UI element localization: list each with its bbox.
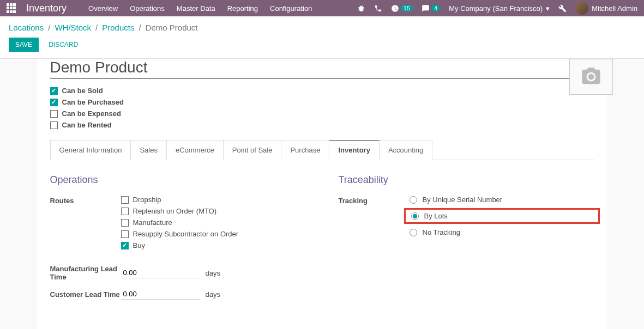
control-panel: Locations / WH/Stock / Products / Demo P… xyxy=(0,16,644,59)
bug-icon[interactable] xyxy=(357,4,365,13)
route-resupply-label: Resupply Subcontractor on Order xyxy=(133,230,239,238)
label-can-be-sold: Can be Sold xyxy=(62,87,103,95)
route-manufacture[interactable] xyxy=(121,219,129,227)
traceability-section: Traceability Tracking By Unique Serial N… xyxy=(339,174,594,307)
phone-icon[interactable] xyxy=(374,4,382,13)
tab-point-of-sale[interactable]: Point of Sale xyxy=(224,140,282,160)
radio-serial-number[interactable] xyxy=(410,196,417,204)
operations-section: Operations Routes Dropship Replenish on … xyxy=(50,174,306,307)
nav-overview[interactable]: Overview xyxy=(88,4,118,13)
radio-no-tracking-label: No Tracking xyxy=(423,228,460,236)
top-navigation: Inventory Overview Operations Master Dat… xyxy=(0,0,644,16)
route-buy-label: Buy xyxy=(133,241,145,249)
mfg-lead-time-label: Manufacturing Lead Time xyxy=(50,265,121,281)
user-menu[interactable]: Mitchell Admin xyxy=(575,2,637,15)
activity-badge: 15 xyxy=(401,5,413,11)
radio-by-lots-label: By Lots xyxy=(424,212,448,220)
chevron-down-icon: ▾ xyxy=(546,4,550,13)
form-sheet: Demo Product EN Can be Sold Can be Purch… xyxy=(37,59,607,329)
label-can-be-purchased: Can be Purchased xyxy=(62,98,124,106)
nav-menu: Overview Operations Master Data Reportin… xyxy=(88,4,312,13)
tab-general-information[interactable]: General Information xyxy=(50,140,131,160)
days-unit-2: days xyxy=(206,290,220,298)
breadcrumb-stock[interactable]: WH/Stock xyxy=(55,23,91,32)
wrench-icon[interactable] xyxy=(558,4,567,13)
breadcrumb: Locations / WH/Stock / Products / Demo P… xyxy=(9,23,635,32)
traceability-title: Traceability xyxy=(339,174,594,186)
avatar xyxy=(575,2,588,15)
checkbox-can-be-rented[interactable] xyxy=(50,121,58,129)
route-replenish-label: Replenish on Order (MTO) xyxy=(133,207,217,215)
radio-by-lots[interactable] xyxy=(411,212,419,220)
apps-icon[interactable] xyxy=(7,3,16,13)
nav-configuration[interactable]: Configuration xyxy=(270,4,312,13)
route-dropship[interactable] xyxy=(121,196,129,204)
company-selector[interactable]: My Company (San Francisco) ▾ xyxy=(449,4,550,13)
mfg-lead-time-input[interactable] xyxy=(121,267,200,278)
chat-badge: 4 xyxy=(431,5,440,11)
breadcrumb-current: Demo Product xyxy=(146,23,198,32)
days-unit: days xyxy=(206,269,220,277)
product-image-upload[interactable] xyxy=(569,59,613,95)
camera-icon xyxy=(580,66,602,88)
tab-accounting[interactable]: Accounting xyxy=(380,140,432,160)
cust-lead-time-input[interactable] xyxy=(121,289,200,300)
highlight-by-lots: By Lots xyxy=(404,208,600,224)
chat-icon[interactable]: 4 xyxy=(422,4,440,13)
tracking-label: Tracking xyxy=(339,196,410,205)
module-title: Inventory xyxy=(26,3,67,14)
tab-purchase[interactable]: Purchase xyxy=(281,140,329,160)
nav-operations[interactable]: Operations xyxy=(130,4,165,13)
route-dropship-label: Dropship xyxy=(133,196,161,204)
operations-title: Operations xyxy=(50,174,306,186)
tab-sales[interactable]: Sales xyxy=(131,140,167,160)
radio-no-tracking[interactable] xyxy=(410,229,417,236)
label-can-be-rented: Can be Rented xyxy=(62,121,112,129)
breadcrumb-locations[interactable]: Locations xyxy=(9,23,44,32)
nav-master-data[interactable]: Master Data xyxy=(177,4,215,13)
route-replenish-mto[interactable] xyxy=(121,208,129,215)
route-manufacture-label: Manufacture xyxy=(133,218,172,227)
checkbox-can-be-sold[interactable] xyxy=(50,87,58,95)
save-button[interactable]: SAVE xyxy=(9,38,39,52)
route-buy[interactable] xyxy=(121,242,129,249)
tab-ecommerce[interactable]: eCommerce xyxy=(167,140,224,160)
discard-button[interactable]: DISCARD xyxy=(44,38,82,52)
activity-icon[interactable]: 15 xyxy=(391,4,413,13)
label-can-be-expensed: Can be Expensed xyxy=(62,109,121,118)
product-name[interactable]: Demo Product xyxy=(50,59,575,76)
radio-serial-label: By Unique Serial Number xyxy=(423,196,503,204)
route-resupply-subcontractor[interactable] xyxy=(121,230,129,238)
nav-reporting[interactable]: Reporting xyxy=(227,4,258,13)
product-options: Can be Sold Can be Purchased Can be Expe… xyxy=(50,87,594,129)
tabs: General Information Sales eCommerce Poin… xyxy=(50,140,594,160)
checkbox-can-be-purchased[interactable] xyxy=(50,99,58,106)
routes-label: Routes xyxy=(50,196,121,205)
cust-lead-time-label: Customer Lead Time xyxy=(50,290,121,298)
checkbox-can-be-expensed[interactable] xyxy=(50,110,58,118)
tab-inventory[interactable]: Inventory xyxy=(329,140,380,160)
breadcrumb-products[interactable]: Products xyxy=(102,23,134,32)
svg-point-0 xyxy=(588,74,594,80)
